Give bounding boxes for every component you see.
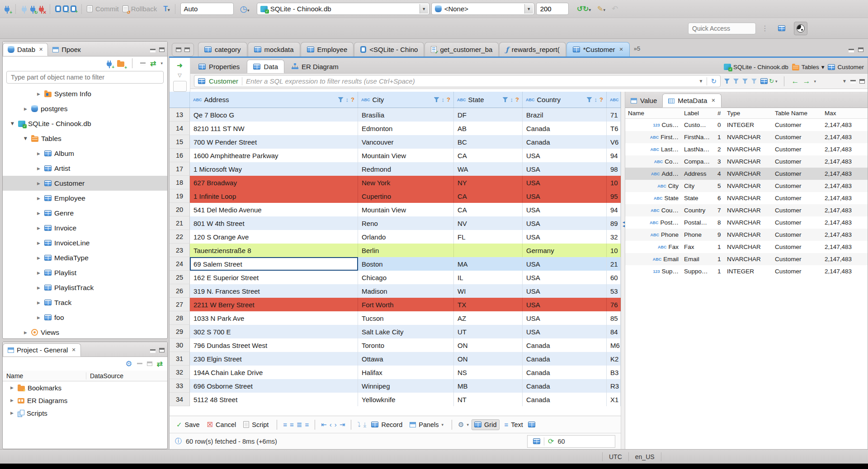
cell-postal[interactable]: 89 xyxy=(607,216,621,230)
cell-city[interactable]: Orlando xyxy=(358,230,454,244)
project-item-scripts[interactable]: ▶Scripts xyxy=(3,407,167,419)
cell-postal[interactable]: 60 xyxy=(607,271,621,284)
metadata-row-postal[interactable]: ABCPost…Postal…8NVARCHARCustomer2,147,48… xyxy=(625,216,868,229)
cell-postal[interactable]: B3 xyxy=(607,366,621,379)
add-row-icon[interactable]: ≡ xyxy=(283,421,287,428)
tab-project-general[interactable]: Project - General ✕ xyxy=(3,343,81,356)
tab-value[interactable]: Value xyxy=(625,94,662,108)
metadata-row-compa[interactable]: ABCCo…Compa…3NVARCHARCustomer2,147,483 xyxy=(625,155,868,168)
metadata-row-email[interactable]: ABCEmailEmail1NVARCHARCustomer2,147,483 xyxy=(625,253,868,265)
nav-forward-icon[interactable]: → xyxy=(802,77,810,86)
cell-city[interactable]: Berlin xyxy=(358,244,454,257)
project-item-bookmarks[interactable]: ▶Bookmarks xyxy=(3,381,167,394)
cell-city[interactable]: Reno xyxy=(358,216,454,230)
tree-item-customer[interactable]: ▶Customer xyxy=(3,176,167,191)
panels-button[interactable]: Panels▾ xyxy=(407,420,446,430)
tree-item-album[interactable]: ▶Album xyxy=(3,146,167,161)
cell-state[interactable]: ON xyxy=(454,352,523,366)
connect-icon[interactable] xyxy=(22,8,27,12)
cell-state[interactable]: FL xyxy=(454,230,523,244)
cell-state[interactable]: AB xyxy=(454,122,523,135)
reconnect-icon[interactable]: ↻ xyxy=(30,8,35,12)
tree-item-system-info[interactable]: ▶System Info xyxy=(3,86,167,101)
cell-address[interactable]: 1033 N Park Ave xyxy=(190,311,358,325)
editor-tab-category[interactable]: category xyxy=(198,42,247,56)
script-button[interactable]: Script xyxy=(241,420,271,430)
cell-postal[interactable]: R3 xyxy=(607,379,621,393)
row-number[interactable]: 15 xyxy=(170,135,190,149)
object-filter-input[interactable] xyxy=(6,71,164,84)
commit-button[interactable]: Commit xyxy=(95,5,119,13)
quick-access-input[interactable] xyxy=(688,23,756,34)
tree-item-invoice[interactable]: ▶Invoice xyxy=(3,220,167,235)
row-number[interactable]: 25 xyxy=(170,271,190,284)
open-perspective-icon[interactable] xyxy=(775,22,788,35)
nav-menu-icon[interactable]: ▾ xyxy=(814,79,816,84)
disconnect-icon[interactable]: ✕ xyxy=(39,8,44,12)
expander-icon[interactable]: ▶ xyxy=(36,211,42,216)
text-mode-button[interactable]: ≡Text xyxy=(502,419,525,430)
row-number[interactable]: 29 xyxy=(170,325,190,338)
minimize-icon[interactable] xyxy=(150,49,156,52)
tree-item-artist[interactable]: ▶Artist xyxy=(3,161,167,176)
cell-state[interactable]: CA xyxy=(454,189,523,203)
cell-postal[interactable]: 76 xyxy=(607,298,621,311)
cell-address[interactable]: 162 E Superior Street xyxy=(190,271,358,284)
cell-country[interactable]: USA xyxy=(523,230,607,244)
execute-icon[interactable]: ➜ xyxy=(177,61,183,70)
record-button[interactable]: Record xyxy=(369,420,405,430)
row-number[interactable]: 13 xyxy=(170,108,190,122)
new-connection-icon[interactable]: + xyxy=(107,62,112,66)
meta-column-type[interactable]: Type xyxy=(724,110,772,117)
brush-icon[interactable]: ✎▾ xyxy=(597,5,605,13)
cell-city[interactable]: Chicago xyxy=(358,271,454,284)
cell-city[interactable]: Winnipeg xyxy=(358,379,454,393)
tree-item-sqlite-chinook-db[interactable]: ▶SQLite - Chinook.db xyxy=(3,116,167,131)
cell-state[interactable]: MA xyxy=(454,257,523,271)
expander-icon[interactable]: ▶ xyxy=(36,92,42,96)
editor-tab-mockdata[interactable]: mockdata xyxy=(248,42,300,56)
cell-address[interactable]: Tauentzienstraße 8 xyxy=(190,244,358,257)
cell-postal[interactable]: 95 xyxy=(607,189,621,203)
new-sql-script-icon[interactable]: + xyxy=(71,5,76,12)
cell-address[interactable]: Qe 7 Bloco G xyxy=(190,108,358,122)
column-header-partial[interactable]: ABC xyxy=(607,92,621,108)
row-number[interactable]: 34 xyxy=(170,393,190,406)
tree-item-invoiceline[interactable]: ▶InvoiceLine xyxy=(3,235,167,250)
cell-state[interactable]: DF xyxy=(454,108,523,122)
expander-icon[interactable]: ▶ xyxy=(36,286,42,290)
maximize-icon[interactable] xyxy=(159,47,165,52)
auto-refresh-box[interactable]: ⟳ 60 xyxy=(527,435,615,448)
cell-postal[interactable]: X1 xyxy=(607,393,621,406)
cell-country[interactable]: Brazil xyxy=(523,108,607,122)
expander-icon[interactable]: ▶ xyxy=(23,330,28,335)
cell-city[interactable]: Boston xyxy=(358,257,454,271)
sql-filter-box[interactable]: Customer Enter a SQL expression to filte… xyxy=(194,75,721,87)
cell-address[interactable]: 1 Microsoft Way xyxy=(190,162,358,176)
fetch-page-icon[interactable]: ⤵ xyxy=(357,421,361,428)
cell-country[interactable]: USA xyxy=(523,271,607,284)
filter-save-icon[interactable] xyxy=(742,79,748,84)
close-icon[interactable]: ✕ xyxy=(711,98,715,103)
filter-remove-icon[interactable] xyxy=(733,79,739,84)
subtab-properties[interactable]: Properties xyxy=(192,60,246,73)
cell-address[interactable]: 69 Salem Street xyxy=(190,257,358,271)
filter-placeholder[interactable]: Enter a SQL expression to filter results… xyxy=(246,77,695,85)
cell-city[interactable]: Brasília xyxy=(358,108,454,122)
cell-state[interactable]: NY xyxy=(454,176,523,189)
dropdown-arrow-icon[interactable]: ▼ xyxy=(420,4,428,14)
cell-city[interactable]: Cupertino xyxy=(358,189,454,203)
undo-icon[interactable]: ↶ xyxy=(612,4,618,14)
expander-icon[interactable]: ▶ xyxy=(9,398,15,403)
cell-city[interactable]: Toronto xyxy=(358,338,454,352)
cell-state[interactable]: NV xyxy=(454,216,523,230)
first-row-icon[interactable]: ⇤ xyxy=(321,421,327,429)
collapse-all-icon[interactable] xyxy=(137,363,142,366)
tree-item-mediatype[interactable]: ▶MediaType xyxy=(3,250,167,265)
fetch-all-icon[interactable]: ⤓ xyxy=(363,421,367,429)
maximize-icon[interactable] xyxy=(858,47,863,52)
cell-address[interactable]: 627 Broadway xyxy=(190,176,358,189)
cell-postal[interactable]: 84 xyxy=(607,325,621,338)
metadata-row-state[interactable]: ABCStateState6NVARCHARCustomer2,147,483 xyxy=(625,192,868,204)
tree-item-track[interactable]: ▶Track xyxy=(3,295,167,310)
